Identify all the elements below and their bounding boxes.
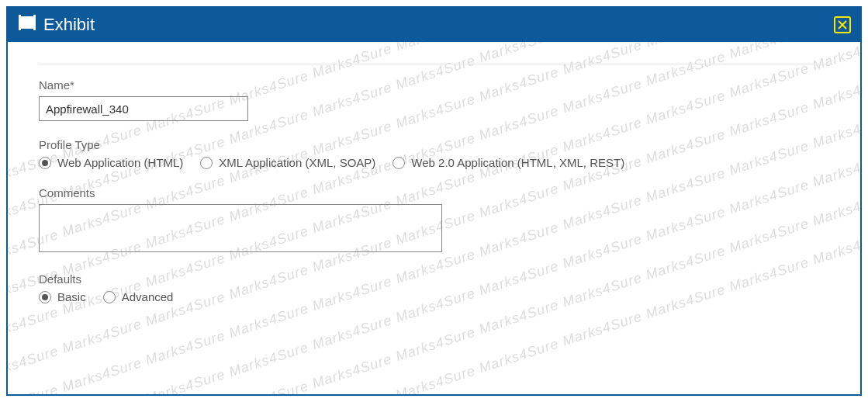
radio-icon (103, 291, 116, 303)
profile-type-radio-xml[interactable]: XML Application (XML, SOAP) (200, 156, 375, 169)
radio-icon (39, 157, 51, 169)
svg-rect-1 (33, 15, 36, 30)
radio-label: XML Application (XML, SOAP) (219, 156, 375, 169)
radio-label: Web Application (HTML) (57, 156, 183, 169)
name-field-block: Name* (39, 78, 829, 121)
close-icon (838, 20, 847, 29)
profile-type-radio-web20[interactable]: Web 2.0 Application (HTML, XML, REST) (393, 156, 624, 169)
defaults-radio-advanced[interactable]: Advanced (103, 290, 174, 303)
svg-rect-0 (19, 15, 21, 30)
divider (39, 64, 829, 64)
radio-icon (200, 157, 213, 169)
defaults-block: Defaults Basic Advanced (39, 272, 829, 303)
content-area: Marks4Sure Marks4Sure Marks4Sure Marks4S… (8, 42, 860, 394)
titlebar-title: Exhibit (43, 15, 95, 35)
radio-icon (393, 157, 405, 169)
close-button[interactable] (834, 16, 851, 33)
profile-type-radio-web[interactable]: Web Application (HTML) (39, 156, 183, 169)
radio-icon (39, 291, 51, 303)
defaults-radio-row: Basic Advanced (39, 290, 829, 303)
titlebar-left: Exhibit (17, 15, 95, 35)
comments-input[interactable] (39, 204, 442, 252)
name-input[interactable] (39, 96, 248, 121)
name-label: Name* (39, 78, 829, 92)
profile-type-label: Profile Type (39, 138, 829, 151)
comments-label: Comments (39, 186, 829, 199)
exhibit-window: Exhibit Marks4Sure Marks4Sure Marks4Sure… (6, 6, 862, 396)
defaults-radio-basic[interactable]: Basic (39, 290, 86, 303)
radio-label: Advanced (122, 290, 174, 303)
radio-label: Basic (57, 290, 86, 303)
exhibit-icon (17, 15, 37, 35)
radio-label: Web 2.0 Application (HTML, XML, REST) (411, 156, 624, 169)
titlebar: Exhibit (8, 8, 860, 42)
comments-block: Comments (39, 186, 829, 255)
profile-type-radio-row: Web Application (HTML) XML Application (… (39, 156, 829, 169)
defaults-label: Defaults (39, 272, 829, 286)
profile-type-block: Profile Type Web Application (HTML) XML … (39, 138, 829, 169)
